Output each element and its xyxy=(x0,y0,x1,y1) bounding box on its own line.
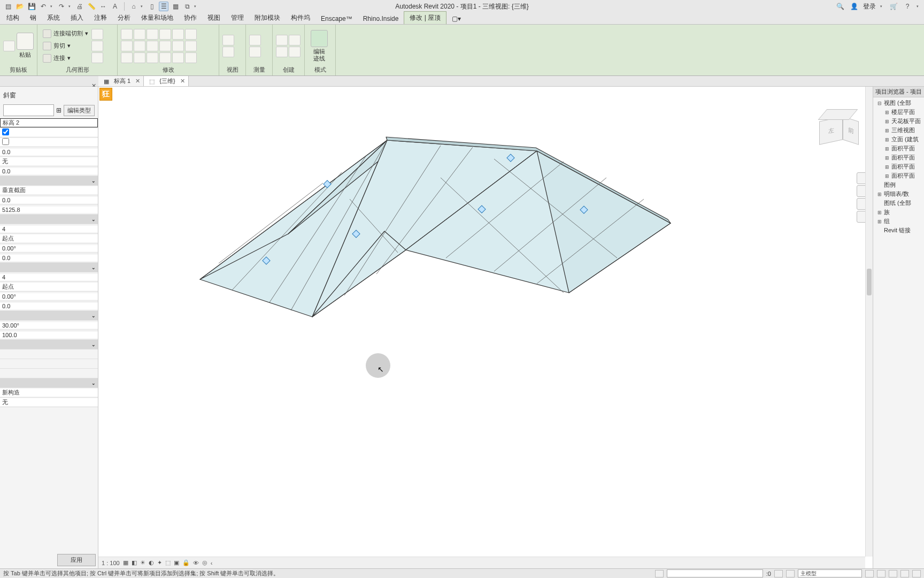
tree-node[interactable]: ⊞立面 (建筑 xyxy=(873,135,924,144)
doc-tab-level1[interactable]: ▦ 标高 1 ✕ xyxy=(98,76,144,86)
geo-a-icon[interactable] xyxy=(91,29,103,40)
split-icon[interactable] xyxy=(147,41,158,51)
ribbon-tab-14[interactable]: 修改 | 屋顶 xyxy=(404,11,446,24)
tree-expander-icon[interactable]: ⊞ xyxy=(885,155,890,161)
cope-button[interactable]: 连接端切割 ▾ xyxy=(41,28,90,39)
property-row[interactable]: 4 xyxy=(0,224,98,234)
status-icon-g[interactable] xyxy=(900,570,909,577)
workset-combo[interactable]: 主模型 xyxy=(798,569,862,577)
status-icon-f[interactable] xyxy=(889,570,897,577)
tree-node[interactable]: ⊞面积平面 xyxy=(873,153,924,162)
mod-a-icon[interactable] xyxy=(172,29,184,40)
property-value[interactable]: 4 xyxy=(0,226,98,232)
tree-expander-icon[interactable]: ⊞ xyxy=(885,110,890,115)
ribbon-tab-7[interactable]: 协作 xyxy=(179,12,202,24)
status-icon-e[interactable] xyxy=(877,570,886,577)
create-a-icon[interactable] xyxy=(276,35,288,45)
vertical-scrollbar[interactable] xyxy=(865,87,873,557)
lock3d-icon[interactable]: 🔒 xyxy=(182,559,190,566)
property-value[interactable]: 30.00° xyxy=(0,322,98,329)
trim-icon[interactable] xyxy=(147,29,158,40)
apply-button[interactable]: 应用 xyxy=(57,554,96,566)
property-row[interactable]: ⌄ xyxy=(0,176,98,186)
cart-icon[interactable]: 🛒 xyxy=(889,2,898,11)
undo-drop[interactable]: ▾ xyxy=(50,4,55,9)
undo-icon[interactable]: ↶ xyxy=(38,2,48,11)
reveal-icon[interactable]: ◎ xyxy=(202,559,207,566)
more-icon[interactable]: ‹ xyxy=(211,560,213,566)
property-value[interactable]: 标高 2 xyxy=(0,118,98,127)
tree-expander-icon[interactable]: ⊟ xyxy=(877,101,883,106)
help-drop[interactable]: ▾ xyxy=(917,4,921,9)
status-icon-h[interactable] xyxy=(912,570,921,577)
tree-node[interactable]: ⊞面积平面 xyxy=(873,144,924,153)
status-icon-d[interactable] xyxy=(865,570,874,577)
property-value[interactable]: 无 xyxy=(0,398,98,406)
roof-model[interactable] xyxy=(98,87,687,461)
ribbon-tab-9[interactable]: 管理 xyxy=(226,12,249,24)
status-icon-a[interactable] xyxy=(655,570,664,577)
search-icon[interactable]: 🔍 xyxy=(835,2,845,11)
delete-icon[interactable] xyxy=(159,52,171,63)
detail-icon[interactable]: ▦ xyxy=(123,559,128,566)
crop-icon[interactable]: ⬚ xyxy=(165,559,171,566)
property-row[interactable] xyxy=(0,359,98,369)
geo-b-icon[interactable] xyxy=(91,41,103,51)
property-row[interactable]: 0.0 xyxy=(0,195,98,205)
property-row[interactable]: 0.0 xyxy=(0,301,98,311)
tree-expander-icon[interactable]: ⊞ xyxy=(885,137,890,142)
property-row[interactable] xyxy=(0,138,98,147)
property-row[interactable]: 0.0 xyxy=(0,147,98,157)
mod-f-icon[interactable] xyxy=(185,52,197,63)
viewport-3d[interactable]: 狂 xyxy=(98,87,873,568)
property-row[interactable]: 起点 xyxy=(0,282,98,292)
property-row[interactable]: ⌄ xyxy=(0,215,98,224)
create-d-icon[interactable] xyxy=(289,47,301,57)
redo-drop[interactable]: ▾ xyxy=(68,4,73,9)
measure-a-icon[interactable] xyxy=(249,35,261,45)
save-icon[interactable]: 💾 xyxy=(27,2,36,11)
create-b-icon[interactable] xyxy=(276,47,288,57)
ribbon-tab-0[interactable]: 结构 xyxy=(1,12,25,24)
tree-expander-icon[interactable]: ⊞ xyxy=(877,192,883,197)
tree-node[interactable]: ⊞明细表/数 xyxy=(873,189,924,199)
scale-icon[interactable] xyxy=(159,29,171,40)
tree-expander-icon[interactable]: ⊞ xyxy=(885,173,890,179)
close-panel-icon[interactable]: ▦ xyxy=(171,2,180,11)
property-value[interactable]: 0.0 xyxy=(0,168,98,174)
property-row[interactable]: ⌄ xyxy=(0,378,98,388)
ribbon-tab-13[interactable]: Rhino.Inside xyxy=(358,13,404,24)
mirror-icon[interactable] xyxy=(134,52,145,63)
login-drop[interactable]: ▾ xyxy=(880,4,884,9)
property-value[interactable]: 5125.8 xyxy=(0,207,98,213)
print-icon[interactable]: 🖨 xyxy=(75,2,84,11)
tree-node[interactable]: 图纸 (全部 xyxy=(873,199,924,208)
offset-icon[interactable] xyxy=(121,52,133,63)
rotate-icon[interactable] xyxy=(134,41,145,51)
tree-node[interactable]: ⊞楼层平面 xyxy=(873,108,924,117)
property-value[interactable]: 0.00° xyxy=(0,245,98,252)
property-value[interactable]: 无 xyxy=(0,157,98,165)
measure-icon[interactable]: 📏 xyxy=(87,2,96,11)
view-a-icon[interactable] xyxy=(222,35,234,45)
app-menu-icon[interactable]: ▤ xyxy=(3,2,13,11)
property-row[interactable]: 100.0 xyxy=(0,330,98,340)
align-icon[interactable] xyxy=(121,29,133,40)
dim-icon[interactable]: ↔ xyxy=(98,2,108,11)
help-icon[interactable]: ? xyxy=(903,2,912,11)
mod-c-icon[interactable] xyxy=(172,52,184,63)
tree-node[interactable]: ⊟视图 (全部 xyxy=(873,98,924,108)
tree-expander-icon[interactable]: ⊞ xyxy=(885,146,890,151)
selection-filter-combo[interactable] xyxy=(667,569,763,577)
property-row[interactable]: 30.00° xyxy=(0,321,98,330)
tree-expander-icon[interactable]: ⊞ xyxy=(885,128,890,133)
property-value[interactable]: 新构造 xyxy=(0,389,98,397)
geo-c-icon[interactable] xyxy=(91,52,103,63)
ribbon-tab-5[interactable]: 分析 xyxy=(112,12,136,24)
tree-node[interactable]: ⊞组 xyxy=(873,217,924,226)
tree-expander-icon[interactable]: ⊞ xyxy=(885,164,890,170)
copy-icon[interactable] xyxy=(134,29,145,40)
join-button[interactable]: 连接 ▾ xyxy=(41,53,90,64)
tree-node[interactable]: ⊞三维视图 xyxy=(873,126,924,135)
section-icon[interactable]: ▯ xyxy=(147,2,157,11)
